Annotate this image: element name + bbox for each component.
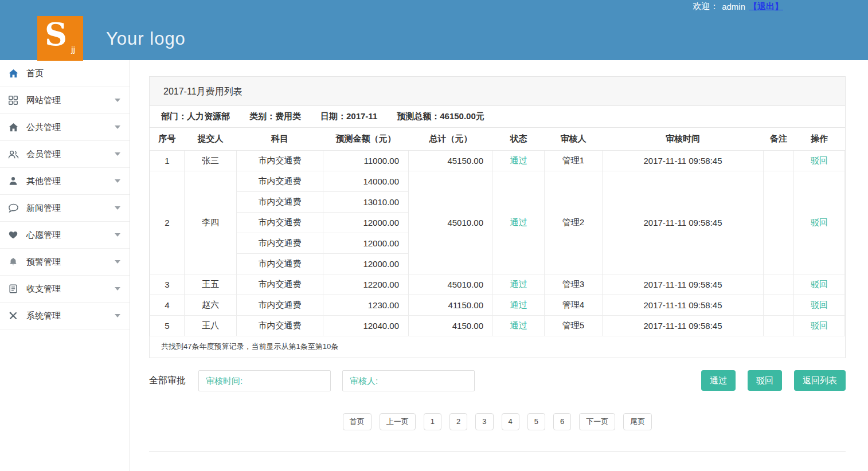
app-root: 欢迎： admin 【退出】 S jj Your logo 首页网站管理公共管理… <box>0 0 868 471</box>
column-header: 审核人 <box>545 128 603 150</box>
total-label: 预测总额： <box>397 111 440 122</box>
page-page-3[interactable]: 3 <box>475 413 493 430</box>
sidebar-item-label: 首页 <box>26 68 120 79</box>
page-first[interactable]: 首页 <box>343 413 372 430</box>
column-header: 预测金额（元） <box>323 128 409 150</box>
page-page-4[interactable]: 4 <box>502 413 519 430</box>
sidebar: 首页网站管理公共管理会员管理其他管理新闻管理心愿管理预警管理收支管理系统管理 <box>0 60 130 471</box>
cell-audit-time: 2017-11-11 09:58:45 <box>603 315 764 336</box>
page-layout: 首页网站管理公共管理会员管理其他管理新闻管理心愿管理预警管理收支管理系统管理 2… <box>0 60 868 471</box>
cell-status: 通过 <box>493 150 545 171</box>
cell-note <box>764 274 794 295</box>
reject-link[interactable]: 驳回 <box>811 320 828 330</box>
cell-audit-time: 2017-11-11 09:58:45 <box>603 274 764 295</box>
reject-button[interactable]: 驳回 <box>748 370 782 391</box>
cell-total: 45010.00 <box>409 274 493 295</box>
page-page-5[interactable]: 5 <box>527 413 545 430</box>
sidebar-item-label: 会员管理 <box>26 149 115 160</box>
status-link[interactable]: 通过 <box>510 300 527 309</box>
cell-note <box>764 315 794 336</box>
users-icon <box>8 149 26 160</box>
record-count-note: 共找到47条年度预算记录，当前显示从第1条至第10条 <box>150 336 845 358</box>
page-page-1[interactable]: 1 <box>424 413 441 430</box>
cell-audit-time: 2017-11-11 09:58:45 <box>603 150 764 171</box>
chevron-down-icon <box>115 125 120 129</box>
cell-forecast-amount: 12200.00 <box>323 274 409 295</box>
bell-icon <box>8 257 26 267</box>
footer-divider <box>149 451 846 458</box>
batch-approval-bar: 全部审批 通过 驳回 返回列表 <box>149 370 846 391</box>
column-header: 科目 <box>237 128 323 150</box>
cell-action: 驳回 <box>794 274 845 295</box>
page-page-2[interactable]: 2 <box>449 413 467 430</box>
reject-link[interactable]: 驳回 <box>811 300 828 309</box>
cell-index: 3 <box>150 274 185 295</box>
page-last[interactable]: 尾页 <box>623 413 652 430</box>
status-link[interactable]: 通过 <box>510 155 527 165</box>
top-header: 欢迎： admin 【退出】 S jj Your logo <box>0 0 868 60</box>
column-header: 状态 <box>493 128 545 150</box>
sidebar-item-finance-manage[interactable]: 收支管理 <box>0 276 130 303</box>
reject-link[interactable]: 驳回 <box>811 155 828 165</box>
approve-button[interactable]: 通过 <box>701 370 736 391</box>
auditor-input[interactable] <box>342 370 475 391</box>
sidebar-item-label: 预警管理 <box>26 257 115 268</box>
audit-time-input[interactable] <box>198 370 331 391</box>
total-value: 46150.00元 <box>440 111 484 122</box>
cell-auditor: 管理3 <box>545 274 603 295</box>
cell-auditor: 管理4 <box>545 295 603 315</box>
cell-index: 4 <box>150 295 185 315</box>
table-header-row: 序号提交人科目预测金额（元）总计（元）状态审核人审核时间备注操作 <box>150 128 845 150</box>
reject-link[interactable]: 驳回 <box>811 217 828 227</box>
filter-summary: 部门：人力资源部 类别：费用类 日期：2017-11 预测总额：46150.00… <box>150 106 845 128</box>
cell-status: 通过 <box>493 315 545 336</box>
reject-link[interactable]: 驳回 <box>811 279 828 289</box>
cell-submitter: 赵六 <box>185 295 237 315</box>
chat-icon <box>8 203 26 214</box>
cell-note <box>764 171 794 274</box>
welcome-bar: 欢迎： admin 【退出】 <box>693 1 783 12</box>
sidebar-item-home[interactable]: 首页 <box>0 60 130 87</box>
cell-submitter: 李四 <box>185 171 237 274</box>
cell-status: 通过 <box>493 171 545 274</box>
chevron-down-icon <box>115 287 120 291</box>
sidebar-item-other-manage[interactable]: 其他管理 <box>0 168 130 195</box>
page-page-6[interactable]: 6 <box>553 413 571 430</box>
cell-auditor: 管理1 <box>545 150 603 171</box>
tools-icon <box>8 311 26 321</box>
status-link[interactable]: 通过 <box>510 279 527 289</box>
page-prev[interactable]: 上一页 <box>380 413 416 430</box>
sidebar-item-label: 其他管理 <box>26 176 115 187</box>
sidebar-item-warning-manage[interactable]: 预警管理 <box>0 249 130 276</box>
date-value: 2017-11 <box>346 111 377 122</box>
cell-note <box>764 150 794 171</box>
cell-forecast-amount: 12000.00 <box>323 212 409 233</box>
cell-total: 41150.00 <box>409 295 493 315</box>
sidebar-item-wish-manage[interactable]: 心愿管理 <box>0 222 130 249</box>
logout-link[interactable]: 【退出】 <box>749 1 783 12</box>
approval-buttons: 通过 驳回 返回列表 <box>701 370 846 391</box>
cell-forecast-amount: 11000.00 <box>323 150 409 171</box>
expense-table: 序号提交人科目预测金额（元）总计（元）状态审核人审核时间备注操作 1张三市内交通… <box>150 128 845 336</box>
house-icon <box>8 122 26 133</box>
sidebar-item-news-manage[interactable]: 新闻管理 <box>0 195 130 222</box>
cell-index: 1 <box>150 150 185 171</box>
back-to-list-button[interactable]: 返回列表 <box>794 370 846 391</box>
sidebar-item-member-manage[interactable]: 会员管理 <box>0 141 130 168</box>
column-header: 审核时间 <box>603 128 764 150</box>
column-header: 操作 <box>794 128 845 150</box>
page-next[interactable]: 下一页 <box>579 413 615 430</box>
category-value: 费用类 <box>275 111 301 122</box>
sidebar-item-label: 收支管理 <box>26 284 115 295</box>
cell-subject: 市内交通费 <box>237 171 323 191</box>
sidebar-item-system-manage[interactable]: 系统管理 <box>0 303 130 329</box>
column-header: 总计（元） <box>409 128 493 150</box>
chevron-down-icon <box>115 233 120 237</box>
sidebar-item-site-manage[interactable]: 网站管理 <box>0 87 130 114</box>
status-link[interactable]: 通过 <box>510 217 527 227</box>
sidebar-item-public-manage[interactable]: 公共管理 <box>0 114 130 141</box>
chevron-down-icon <box>115 260 120 264</box>
chevron-down-icon <box>115 152 120 156</box>
status-link[interactable]: 通过 <box>510 320 527 330</box>
cell-subject: 市内交通费 <box>237 274 323 295</box>
